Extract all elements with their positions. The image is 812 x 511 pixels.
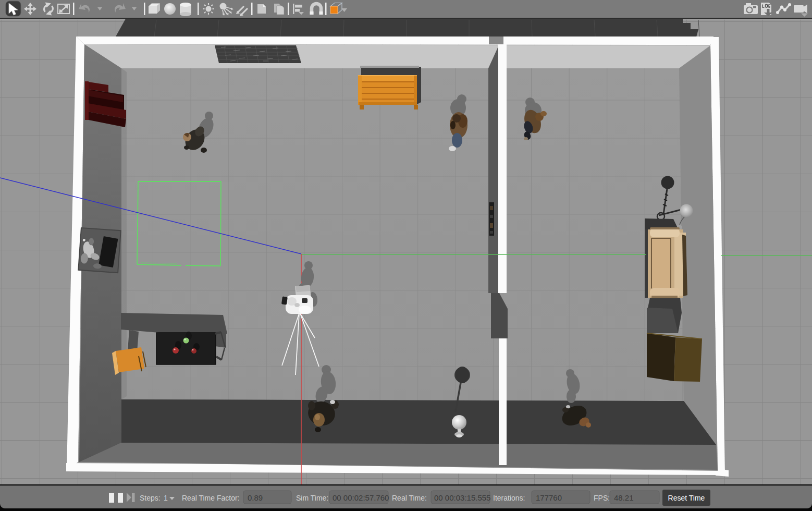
svg-text:Sim Time:: Sim Time: (296, 494, 328, 502)
svg-text:Steps:: Steps: (140, 494, 161, 502)
svg-text:Iterations:: Iterations: (493, 494, 525, 502)
svg-text:48.21: 48.21 (614, 493, 634, 502)
svg-text:Real Time:: Real Time: (392, 494, 427, 502)
svg-text:00 00:02:57.760: 00 00:02:57.760 (333, 493, 389, 502)
svg-text:Real Time Factor:: Real Time Factor: (182, 494, 239, 502)
svg-text:177760: 177760 (536, 493, 562, 502)
svg-text:Reset Time: Reset Time (668, 494, 705, 502)
svg-text:0.89: 0.89 (248, 493, 263, 502)
svg-text:FPS:: FPS: (594, 494, 610, 502)
svg-text:1: 1 (164, 494, 168, 502)
svg-text:00 00:03:15.555: 00 00:03:15.555 (434, 493, 490, 502)
